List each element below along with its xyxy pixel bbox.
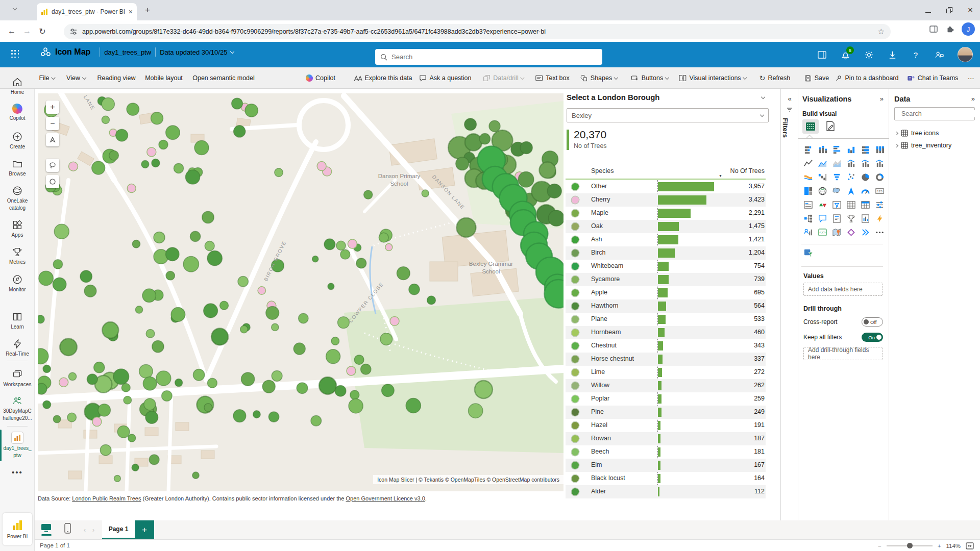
sidebar-item-home[interactable]: Home bbox=[0, 77, 35, 95]
visual-type-filled-map-icon[interactable] bbox=[830, 184, 844, 197]
ribbon-item-view[interactable]: View bbox=[66, 67, 86, 89]
expand-icon[interactable] bbox=[895, 131, 898, 135]
expand-filters-icon[interactable]: « bbox=[781, 95, 798, 103]
table-row[interactable]: Chestnut343 bbox=[566, 339, 766, 353]
visual-type-smart-narrative-icon[interactable] bbox=[830, 212, 844, 225]
previous-page-arrow[interactable]: ‹ bbox=[84, 527, 86, 534]
sidebar-item-learn[interactable]: Learn bbox=[0, 311, 35, 330]
table-row[interactable]: Rowan187 bbox=[566, 432, 766, 445]
visual-type-stacked-bar-chart-icon[interactable] bbox=[801, 143, 815, 156]
sidebar-item-metrics[interactable]: Metrics bbox=[0, 246, 35, 265]
url-bar[interactable]: app.powerbi.com/groups/8f17e332-dc46-49d… bbox=[64, 24, 891, 39]
zoom-out-icon[interactable]: − bbox=[878, 543, 881, 549]
table-row[interactable]: Black locust164 bbox=[566, 472, 766, 485]
report-name[interactable]: day1_trees_ptw bbox=[104, 48, 151, 56]
visual-type-script-visual-icon[interactable]: </> bbox=[816, 226, 829, 239]
powerbi-app-badge[interactable]: Power BI bbox=[3, 513, 32, 545]
zoom-in-icon[interactable]: + bbox=[938, 543, 941, 549]
global-search[interactable] bbox=[375, 49, 602, 65]
ribbon-item-explore-this-data[interactable]: Explore this data bbox=[353, 67, 412, 89]
table-row[interactable]: Hawthorn564 bbox=[566, 299, 766, 313]
table-row[interactable]: Other3,957 bbox=[566, 180, 766, 193]
table-row[interactable]: Pine249 bbox=[566, 406, 766, 419]
visual-type-line-chart-icon[interactable] bbox=[801, 157, 815, 170]
mobile-view-button[interactable] bbox=[64, 523, 71, 534]
site-info-icon[interactable] bbox=[70, 28, 77, 35]
visual-type-icon-map-visual-icon[interactable] bbox=[830, 226, 844, 239]
visual-type-key-influencers-icon[interactable] bbox=[801, 226, 815, 239]
table-row[interactable]: Sycamore739 bbox=[566, 273, 766, 286]
fit-to-page-icon[interactable] bbox=[966, 542, 974, 549]
table-row[interactable]: Cherry3,423 bbox=[566, 193, 766, 207]
visual-type-map-icon[interactable] bbox=[816, 184, 829, 197]
visual-type-clustered-column-chart-icon[interactable] bbox=[844, 143, 858, 156]
table-row[interactable]: Beech181 bbox=[566, 445, 766, 459]
new-tab-button[interactable]: + bbox=[145, 5, 150, 15]
data-table-item[interactable]: tree icons bbox=[895, 130, 939, 137]
sidebar-item-workspaces[interactable]: Workspaces bbox=[0, 369, 35, 387]
visual-type-waterfall-chart-icon[interactable] bbox=[816, 170, 829, 184]
ribbon-item-buttons[interactable]: Buttons bbox=[631, 67, 669, 89]
slicer-collapse-icon[interactable] bbox=[761, 95, 765, 99]
desktop-view-button[interactable] bbox=[41, 523, 52, 536]
sort-desc-icon[interactable]: ▼ bbox=[719, 174, 722, 178]
ribbon-item-open-semantic-model[interactable]: Open semantic model bbox=[192, 67, 255, 89]
expand-icon[interactable] bbox=[895, 143, 898, 147]
visual-type-gauge-icon[interactable] bbox=[859, 184, 872, 197]
table-row[interactable]: Maple2,291 bbox=[566, 207, 766, 220]
table-row[interactable]: Oak1,475 bbox=[566, 220, 766, 233]
visual-type-pie-chart-icon[interactable] bbox=[859, 170, 872, 184]
visual-type-clustered-bar-chart-icon[interactable] bbox=[830, 143, 844, 156]
sidebar-item-onelake[interactable]: OneLakecatalog bbox=[0, 185, 35, 211]
map-compass-button[interactable] bbox=[46, 133, 59, 146]
build-visual-tab[interactable] bbox=[802, 119, 819, 134]
table-row[interactable]: Birch1,204 bbox=[566, 246, 766, 260]
sidebar-item-more[interactable]: ••• bbox=[0, 469, 35, 477]
visual-type-paginated-report-icon[interactable] bbox=[859, 212, 872, 225]
visual-type-ribbon-chart-icon[interactable] bbox=[801, 170, 815, 184]
map-circle-select-button[interactable] bbox=[46, 175, 59, 188]
visual-type-treemap-icon[interactable] bbox=[801, 184, 815, 197]
ribbon-item-save[interactable]: Save bbox=[804, 67, 829, 89]
sidebar-item-apps[interactable]: Apps bbox=[0, 219, 35, 238]
table-row[interactable]: Apple695 bbox=[566, 286, 766, 299]
reload-button[interactable]: ↻ bbox=[35, 27, 50, 36]
visual-type-field-slicer-icon[interactable] bbox=[873, 198, 887, 211]
table-row[interactable]: Lime272 bbox=[566, 366, 766, 379]
browser-tab[interactable]: day1_trees_ptw - Power BI × bbox=[37, 3, 137, 20]
borough-dropdown[interactable]: Bexley bbox=[567, 108, 769, 122]
page-tab[interactable]: Page 1 bbox=[102, 520, 135, 539]
collapse-visualizations-icon[interactable]: » bbox=[880, 95, 884, 103]
collapse-data-pane-icon[interactable]: » bbox=[971, 95, 975, 103]
visual-type-get-more-visuals-icon[interactable] bbox=[873, 226, 887, 239]
ribbon-item-refresh[interactable]: ↻Refresh bbox=[760, 67, 791, 89]
map-zoom-out-button[interactable]: − bbox=[46, 117, 59, 130]
sidebar-item-realtime[interactable]: Real-Time bbox=[0, 338, 35, 357]
sidebar-item-copilot[interactable]: Copilot bbox=[0, 104, 35, 121]
sidebar-item-day1[interactable]: day1_trees_ptw bbox=[0, 432, 35, 458]
data-source-link[interactable]: London Public Realm Trees bbox=[72, 495, 141, 502]
table-row[interactable]: Hornbeam460 bbox=[566, 326, 766, 339]
ribbon-item--[interactable]: ⋯ bbox=[968, 67, 974, 89]
ribbon-item-ask-a-question[interactable]: Ask a question bbox=[419, 67, 472, 89]
search-input[interactable] bbox=[391, 53, 597, 61]
ribbon-item-file[interactable]: File bbox=[39, 67, 55, 89]
bookmark-star-icon[interactable]: ☆ bbox=[878, 27, 885, 36]
data-updated-label[interactable]: Data updated 30/10/25 bbox=[160, 48, 234, 56]
download-icon[interactable] bbox=[887, 49, 897, 60]
visual-type-decomposition-tree-icon[interactable] bbox=[801, 212, 815, 225]
format-visual-tab[interactable] bbox=[825, 120, 836, 132]
visual-type-multi-row-card-icon[interactable] bbox=[801, 198, 815, 211]
visual-type-line-and-stacked-column-chart-icon[interactable] bbox=[844, 157, 858, 170]
visual-type-funnel-chart-icon[interactable] bbox=[830, 170, 844, 184]
table-row[interactable]: Horse chestnut337 bbox=[566, 353, 766, 366]
ribbon-item-shapes[interactable]: Shapes bbox=[580, 67, 618, 89]
data-search-box[interactable] bbox=[894, 107, 975, 120]
visual-type-deneb-visual-icon[interactable] bbox=[844, 226, 858, 239]
data-table-item[interactable]: tree_inventory bbox=[895, 142, 951, 149]
zoom-level[interactable]: 114% bbox=[946, 543, 961, 549]
filters-collapsed-pane[interactable]: « Filters bbox=[781, 89, 798, 520]
browser-profile-avatar[interactable]: J bbox=[962, 22, 975, 36]
user-avatar[interactable] bbox=[958, 47, 973, 62]
next-page-arrow[interactable]: › bbox=[92, 527, 94, 534]
